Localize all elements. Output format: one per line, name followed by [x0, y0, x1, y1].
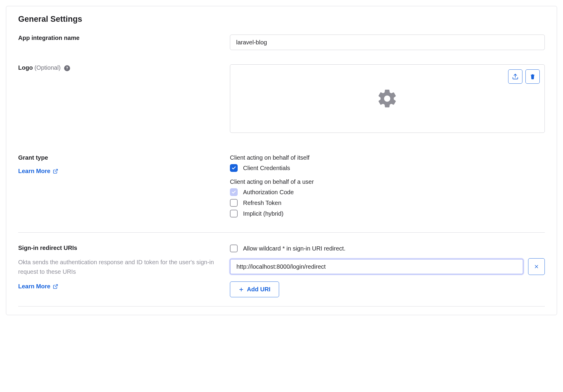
divider: [18, 232, 545, 233]
checkbox-label: Client Credentials: [243, 165, 290, 172]
app-name-label: App integration name: [18, 35, 80, 41]
grant-type-label: Grant type: [18, 154, 224, 161]
checkbox-label: Refresh Token: [243, 200, 282, 206]
grant-group1-label: Client acting on behalf of itself: [230, 154, 545, 161]
checkbox-label: Implicit (hybrid): [243, 210, 284, 217]
signin-uris-label: Sign-in redirect URIs: [18, 245, 224, 251]
upload-logo-button[interactable]: [508, 69, 522, 84]
general-settings-panel: General Settings App integration name Lo…: [6, 6, 557, 315]
divider: [18, 306, 545, 307]
checkbox-label: Authorization Code: [243, 189, 294, 196]
logo-label: Logo: [18, 64, 33, 71]
add-uri-label: Add URI: [247, 286, 270, 293]
close-icon: [534, 264, 539, 269]
checkbox-icon: [230, 164, 238, 172]
grant-group2-label: Client acting on behalf of a user: [230, 178, 545, 185]
svg-line-2: [55, 284, 57, 287]
delete-logo-button[interactable]: [525, 69, 540, 84]
plus-icon: [239, 287, 244, 292]
help-icon[interactable]: ?: [64, 65, 70, 71]
uri-row: [230, 258, 545, 275]
grant-type-learn-more-link[interactable]: Learn More: [18, 168, 58, 175]
signin-uris-learn-more-link[interactable]: Learn More: [18, 283, 58, 290]
trash-icon: [530, 73, 536, 80]
row-signin-uris: Sign-in redirect URIs Okta sends the aut…: [18, 245, 545, 297]
logo-optional: (Optional): [34, 64, 61, 71]
checkbox-icon: [230, 188, 238, 196]
checkbox-icon: [230, 199, 238, 207]
external-link-icon: [53, 169, 58, 174]
row-logo: Logo (Optional) ?: [18, 64, 545, 133]
learn-more-text: Learn More: [18, 168, 50, 175]
logo-dropzone[interactable]: [230, 64, 545, 133]
signin-uri-input[interactable]: [230, 259, 523, 274]
checkbox-client-credentials[interactable]: Client Credentials: [230, 164, 545, 172]
row-grant-type: Grant type Learn More Client acting on b…: [18, 154, 545, 220]
checkbox-label: Allow wildcard * in sign-in URI redirect…: [243, 245, 345, 252]
checkbox-icon: [230, 245, 238, 252]
app-name-input[interactable]: [230, 35, 545, 50]
gear-icon: [377, 88, 398, 109]
checkbox-icon: [230, 210, 238, 217]
checkbox-implicit-hybrid[interactable]: Implicit (hybrid): [230, 210, 545, 217]
checkbox-refresh-token[interactable]: Refresh Token: [230, 199, 545, 207]
section-title: General Settings: [18, 15, 545, 24]
upload-icon: [512, 73, 519, 80]
remove-uri-button[interactable]: [528, 258, 545, 275]
external-link-icon: [53, 284, 58, 289]
add-uri-button[interactable]: Add URI: [230, 281, 279, 297]
checkbox-authorization-code[interactable]: Authorization Code: [230, 188, 545, 196]
learn-more-text: Learn More: [18, 283, 50, 290]
signin-uris-help: Okta sends the authentication response a…: [18, 257, 224, 276]
svg-line-1: [55, 169, 57, 172]
row-app-name: App integration name: [18, 35, 545, 50]
checkbox-allow-wildcard[interactable]: Allow wildcard * in sign-in URI redirect…: [230, 245, 545, 252]
